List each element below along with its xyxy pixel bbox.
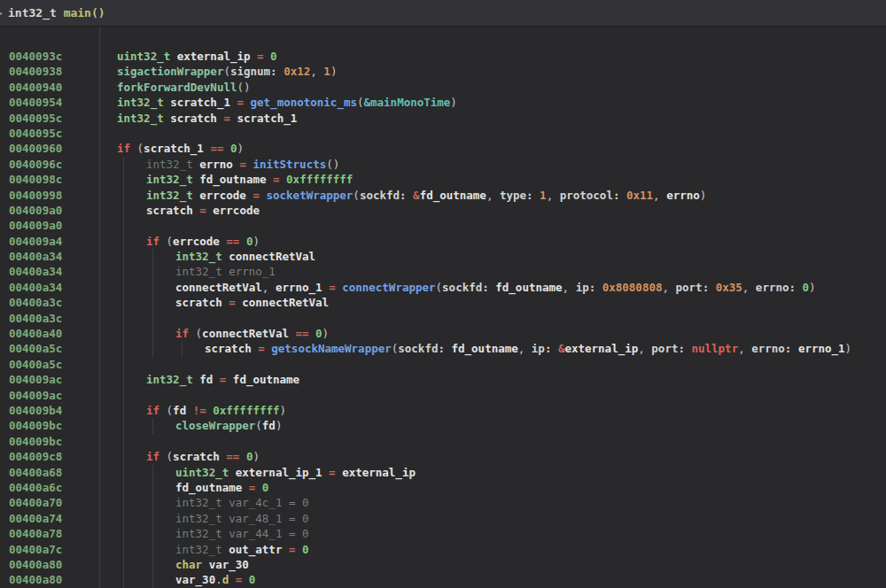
code-line[interactable]: 004009bc bbox=[0, 434, 886, 449]
code-line[interactable]: 00400a5c bbox=[0, 357, 886, 372]
collapse-chevron-icon[interactable]: ▸ bbox=[0, 8, 6, 18]
address[interactable]: 00400a34 bbox=[0, 249, 99, 264]
token-label[interactable]: port: bbox=[651, 342, 691, 355]
token-type[interactable]: uint32_t bbox=[175, 466, 236, 479]
code-text[interactable]: int32_t errcode = socketWrapper(sockfd: … bbox=[146, 188, 706, 203]
code-cell[interactable]: int32_t errno = initStructs() bbox=[99, 157, 886, 172]
address[interactable]: 00400998 bbox=[0, 188, 99, 203]
code-cell[interactable]: int32_t var_44_1 = 0 bbox=[99, 526, 886, 541]
code-line[interactable]: 004009ac bbox=[0, 388, 886, 403]
token-var[interactable]: fd_outname bbox=[452, 342, 518, 355]
code-cell[interactable]: var_30.d = 0 bbox=[99, 572, 886, 587]
code-text[interactable]: int32_t var_4c_1 = 0 bbox=[175, 495, 309, 510]
code-cell[interactable]: int32_t connectRetVal bbox=[99, 249, 886, 264]
token-var[interactable]: out_attr bbox=[229, 543, 289, 556]
code-text[interactable]: int32_t fd = fd_outname bbox=[146, 372, 299, 387]
token-plain[interactable]: , bbox=[638, 342, 651, 355]
token-dim[interactable]: int32_t var_44_1 = 0 bbox=[175, 527, 309, 540]
code-line[interactable]: 00400a34connectRetVal, errno_1 = connect… bbox=[0, 280, 886, 295]
token-plain[interactable]: ) bbox=[276, 419, 283, 432]
code-text[interactable]: scratch = getsockNameWrapper(sockfd: fd_… bbox=[205, 341, 851, 356]
token-num[interactable]: 0x35 bbox=[716, 281, 742, 294]
code-line[interactable]: 00400a74int32_t var_48_1 = 0 bbox=[0, 511, 886, 526]
token-plain[interactable]: ) bbox=[330, 65, 338, 78]
token-var[interactable]: errcode bbox=[213, 204, 260, 217]
token-num[interactable]: 0x11 bbox=[626, 189, 653, 202]
token-dsym[interactable]: &mainMonoTime bbox=[364, 96, 451, 109]
token-op[interactable]: & bbox=[413, 189, 420, 202]
token-ytype[interactable]: char bbox=[175, 558, 209, 571]
token-op[interactable]: = bbox=[329, 466, 342, 479]
code-line[interactable]: 00400a6cfd_outname = 0 bbox=[0, 480, 886, 495]
token-var[interactable]: fd_outname bbox=[233, 373, 299, 386]
token-plain[interactable]: , bbox=[563, 281, 576, 294]
code-text[interactable]: closeWrapper(fd) bbox=[175, 418, 282, 433]
token-op[interactable]: = bbox=[236, 573, 249, 586]
address[interactable]: 00400a7c bbox=[0, 542, 99, 557]
token-var[interactable]: scratch bbox=[170, 112, 223, 125]
token-plain[interactable]: , bbox=[653, 189, 666, 202]
token-type[interactable]: int32_t bbox=[146, 173, 199, 186]
code-text[interactable]: var_30.d = 0 bbox=[175, 572, 255, 587]
address[interactable]: 00400a78 bbox=[0, 526, 99, 541]
token-plain[interactable]: ( bbox=[167, 235, 174, 248]
address[interactable]: 0040095c bbox=[0, 126, 99, 141]
address[interactable]: 004009a4 bbox=[0, 234, 99, 249]
address[interactable]: 004009b4 bbox=[0, 403, 99, 418]
token-var[interactable]: fd_outname bbox=[420, 189, 486, 202]
address[interactable]: 004009c8 bbox=[0, 449, 99, 464]
token-var[interactable]: errno_1 bbox=[276, 281, 329, 294]
token-plain[interactable]: , bbox=[547, 189, 560, 202]
code-cell[interactable]: closeWrapper(fd) bbox=[99, 418, 886, 433]
token-num[interactable]: 0x8080808 bbox=[602, 281, 663, 294]
token-plain[interactable]: , bbox=[738, 342, 751, 355]
code-cell[interactable] bbox=[99, 311, 886, 326]
token-var[interactable]: connectRetVal bbox=[229, 250, 315, 263]
code-cell[interactable] bbox=[99, 434, 886, 449]
token-plain[interactable]: () bbox=[326, 158, 339, 171]
token-plain[interactable]: , bbox=[262, 281, 276, 294]
token-label[interactable]: protocol: bbox=[560, 189, 626, 202]
code-line[interactable]: 004009a0scratch = errcode bbox=[0, 203, 886, 218]
address[interactable]: 00400a5c bbox=[0, 341, 99, 356]
address[interactable]: 004009ac bbox=[0, 388, 99, 403]
token-var[interactable]: var_30 bbox=[175, 573, 215, 586]
token-fn[interactable]: getsockNameWrapper bbox=[271, 342, 391, 355]
code-text[interactable]: fd_outname = 0 bbox=[175, 480, 268, 495]
code-cell[interactable]: if (fd != 0xffffffff) bbox=[99, 403, 886, 418]
token-var[interactable]: fd bbox=[262, 419, 276, 432]
token-typedim[interactable]: int32_t bbox=[175, 543, 229, 556]
token-label[interactable]: errno: bbox=[756, 281, 803, 294]
token-plain[interactable]: ) bbox=[280, 404, 287, 417]
token-num[interactable]: 1 bbox=[540, 189, 547, 202]
token-plain[interactable]: ) bbox=[700, 189, 707, 202]
address[interactable]: 0040093c bbox=[0, 49, 99, 64]
code-text[interactable]: uint32_t external_ip = 0 bbox=[117, 49, 277, 64]
function-name[interactable]: main() bbox=[64, 6, 105, 19]
code-cell[interactable]: int32_t scratch = scratch_1 bbox=[99, 111, 886, 126]
token-label[interactable]: type: bbox=[500, 189, 540, 202]
address[interactable]: 00400954 bbox=[0, 95, 99, 110]
code-text[interactable]: int32_t var_48_1 = 0 bbox=[175, 511, 309, 526]
token-op[interactable]: = bbox=[249, 481, 262, 494]
token-label[interactable]: ip: bbox=[576, 281, 602, 294]
token-numg[interactable]: 0 bbox=[270, 50, 277, 63]
token-plain[interactable]: , bbox=[742, 281, 756, 294]
address[interactable]: 00400a5c bbox=[0, 357, 99, 372]
code-text[interactable]: int32_t errno = initStructs() bbox=[146, 157, 339, 172]
token-plain[interactable]: ( bbox=[167, 450, 174, 463]
address[interactable]: 00400960 bbox=[0, 141, 99, 156]
token-var[interactable]: connectRetVal bbox=[175, 281, 262, 294]
code-cell[interactable] bbox=[99, 218, 886, 233]
token-op[interactable]: == bbox=[226, 235, 246, 248]
address[interactable]: 00400a80 bbox=[0, 572, 99, 587]
token-numg[interactable]: 0 bbox=[315, 327, 323, 340]
address[interactable]: 0040098c bbox=[0, 172, 99, 187]
token-op[interactable]: = bbox=[253, 189, 266, 202]
code-text[interactable]: connectRetVal, errno_1 = connectWrapper(… bbox=[175, 280, 816, 295]
token-var[interactable]: errcode bbox=[199, 189, 253, 202]
code-line[interactable]: 004009acint32_t fd = fd_outname bbox=[0, 372, 886, 387]
token-numg[interactable]: 0 bbox=[262, 481, 269, 494]
address[interactable]: 00400a70 bbox=[0, 495, 99, 510]
address[interactable]: 004009bc bbox=[0, 434, 99, 449]
